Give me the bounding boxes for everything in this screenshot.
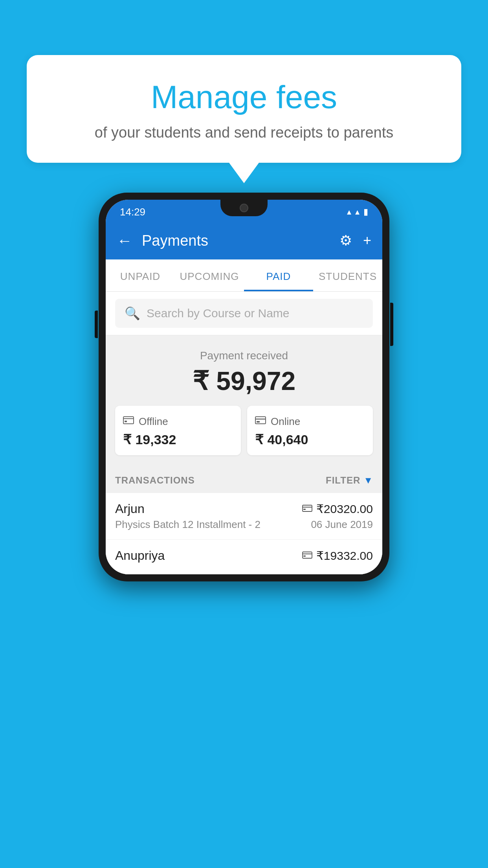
transactions-header: TRANSACTIONS FILTER ▼ bbox=[106, 466, 382, 493]
tab-paid[interactable]: PAID bbox=[244, 259, 313, 291]
transaction-amount-anupriya: ₹19332.00 bbox=[316, 549, 373, 563]
speech-bubble-tail bbox=[229, 163, 259, 183]
offline-card-header: Offline bbox=[123, 415, 233, 428]
payment-summary: Payment received ₹ 59,972 bbox=[106, 335, 382, 466]
transaction-row-arjun[interactable]: Arjun ₹20320.00 Physics Batch 1 bbox=[106, 493, 382, 540]
phone-wrapper: 14:29 ▴ ▴ ▮ ← Payments ⚙ + UNPAID UPCO bbox=[99, 193, 389, 581]
transaction-online-icon-arjun bbox=[302, 503, 312, 515]
transaction-course-arjun: Physics Batch 12 Installment - 2 bbox=[115, 519, 261, 531]
transaction-amount-container-anupriya: ₹19332.00 bbox=[302, 549, 373, 563]
wifi-icon: ▴ bbox=[347, 207, 351, 217]
camera-notch bbox=[240, 204, 248, 212]
phone-notch bbox=[220, 200, 268, 216]
app-bar: ← Payments ⚙ + bbox=[106, 222, 382, 259]
online-card-header: Online bbox=[255, 415, 365, 428]
filter-icon: ▼ bbox=[363, 475, 373, 486]
status-time: 14:29 bbox=[120, 206, 145, 218]
tab-students[interactable]: STUDENTS bbox=[313, 259, 382, 291]
transaction-offline-icon-anupriya bbox=[302, 550, 312, 562]
svg-rect-3 bbox=[255, 417, 266, 424]
offline-card-type: Offline bbox=[139, 416, 168, 428]
tab-unpaid[interactable]: UNPAID bbox=[106, 259, 175, 291]
transaction-name-arjun: Arjun bbox=[115, 502, 145, 516]
payment-received-label: Payment received bbox=[115, 349, 373, 362]
transaction-amount-arjun: ₹20320.00 bbox=[316, 502, 373, 516]
online-card-amount: ₹ 40,640 bbox=[255, 432, 365, 447]
payment-total-amount: ₹ 59,972 bbox=[115, 366, 373, 396]
signal-icon: ▴ bbox=[355, 207, 360, 217]
tabs-container: UNPAID UPCOMING PAID STUDENTS bbox=[106, 259, 382, 292]
phone-outer: 14:29 ▴ ▴ ▮ ← Payments ⚙ + UNPAID UPCO bbox=[99, 193, 389, 581]
speech-bubble-wrapper: Manage fees of your students and send re… bbox=[27, 55, 461, 183]
svg-rect-2 bbox=[125, 421, 127, 422]
manage-fees-title: Manage fees bbox=[50, 79, 438, 116]
back-button[interactable]: ← bbox=[117, 232, 132, 250]
phone-inner: 14:29 ▴ ▴ ▮ ← Payments ⚙ + UNPAID UPCO bbox=[106, 200, 382, 574]
offline-card-icon bbox=[123, 415, 134, 428]
speech-bubble: Manage fees of your students and send re… bbox=[27, 55, 461, 163]
plus-icon[interactable]: + bbox=[363, 232, 371, 249]
battery-icon: ▮ bbox=[363, 207, 368, 217]
filter-container[interactable]: FILTER ▼ bbox=[326, 475, 373, 486]
online-payment-card: Online ₹ 40,640 bbox=[247, 406, 373, 455]
search-icon: 🔍 bbox=[125, 306, 140, 321]
transaction-top: Arjun ₹20320.00 bbox=[115, 502, 373, 516]
offline-payment-card: Offline ₹ 19,332 bbox=[115, 406, 241, 455]
filter-label: FILTER bbox=[326, 475, 360, 486]
search-container: 🔍 Search by Course or Name bbox=[106, 292, 382, 335]
search-bar[interactable]: 🔍 Search by Course or Name bbox=[115, 299, 373, 328]
transaction-name-anupriya: Anupriya bbox=[115, 548, 165, 563]
transactions-label: TRANSACTIONS bbox=[115, 475, 195, 486]
app-bar-title: Payments bbox=[142, 232, 330, 249]
gear-icon[interactable]: ⚙ bbox=[339, 232, 352, 249]
transaction-amount-container-arjun: ₹20320.00 bbox=[302, 502, 373, 516]
app-bar-actions: ⚙ + bbox=[339, 232, 371, 249]
svg-rect-5 bbox=[257, 421, 260, 423]
svg-rect-6 bbox=[303, 505, 312, 511]
transaction-top-anupriya: Anupriya ₹19332.00 bbox=[115, 548, 373, 563]
status-icons: ▴ ▴ ▮ bbox=[347, 207, 368, 217]
search-placeholder-text: Search by Course or Name bbox=[147, 307, 290, 320]
svg-rect-0 bbox=[123, 417, 134, 424]
svg-rect-8 bbox=[303, 509, 306, 510]
online-card-icon bbox=[255, 415, 266, 428]
svg-rect-11 bbox=[303, 555, 306, 557]
tab-upcoming[interactable]: UPCOMING bbox=[175, 259, 244, 291]
svg-rect-9 bbox=[303, 552, 312, 558]
online-card-type: Online bbox=[271, 416, 300, 428]
transaction-date-arjun: 06 June 2019 bbox=[311, 519, 373, 531]
payment-cards: Offline ₹ 19,332 bbox=[115, 406, 373, 455]
manage-fees-subtitle: of your students and send receipts to pa… bbox=[50, 124, 438, 141]
transaction-row-anupriya[interactable]: Anupriya ₹19332.00 bbox=[106, 540, 382, 574]
transaction-bottom-arjun: Physics Batch 12 Installment - 2 06 June… bbox=[115, 519, 373, 531]
offline-card-amount: ₹ 19,332 bbox=[123, 432, 233, 447]
